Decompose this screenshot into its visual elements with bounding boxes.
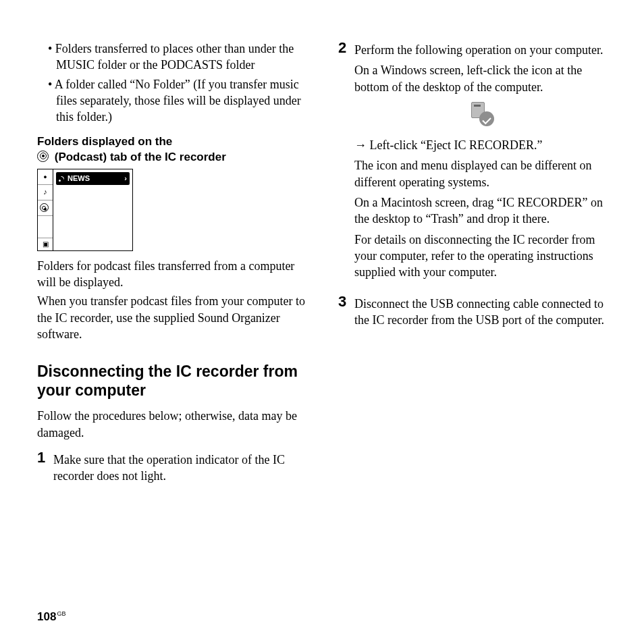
step-2: 2 Perform the following operation on you… — [338, 41, 607, 285]
subheading-line2: (Podcast) tab of the IC recorder — [51, 151, 226, 163]
arrow-right-icon: → — [354, 138, 367, 152]
bullet-list: Folders transferred to places other than… — [37, 41, 306, 125]
right-column: 2 Perform the following operation on you… — [338, 41, 607, 493]
step-text: Perform the following operation on your … — [354, 42, 607, 58]
music-tab-icon: ♪ — [38, 185, 53, 200]
step-text: Make sure that the operation indicator o… — [53, 452, 306, 485]
step-body: Perform the following operation on your … — [354, 41, 607, 285]
bullet-item: A folder called “No Folder” (If you tran… — [48, 76, 306, 126]
two-column-layout: Folders transferred to places other than… — [37, 41, 607, 493]
step-3: 3 Disconnect the USB connecting cable co… — [338, 294, 607, 333]
step-text: For details on disconnecting the IC reco… — [354, 232, 607, 281]
step-number: 3 — [338, 294, 350, 309]
page-number: 108GB — [37, 610, 65, 625]
safely-remove-hardware-icon — [467, 102, 494, 126]
podcast-tab-icon — [38, 200, 53, 216]
page-region: GB — [57, 610, 65, 617]
step-text: On a Windows screen, left-click the icon… — [354, 62, 607, 95]
tab-spacer — [38, 216, 53, 238]
rss-icon — [59, 175, 65, 182]
bullet-item: Folders transferred to places other than… — [48, 41, 306, 74]
device-tabs: ● ♪ ▣ — [38, 169, 53, 250]
news-folder-chip: NEWS › — [56, 172, 130, 185]
podcast-icon — [37, 151, 49, 162]
step-1: 1 Make sure that the operation indicator… — [37, 450, 306, 489]
section-heading: Disconnecting the IC recorder from your … — [37, 363, 306, 400]
rec-tab-icon: ▣ — [38, 238, 53, 250]
left-column: Folders transferred to places other than… — [37, 41, 306, 493]
ic-recorder-illustration: ● ♪ ▣ NEWS › — [37, 169, 133, 251]
sub-heading: Folders displayed on the (Podcast) tab o… — [37, 134, 306, 164]
step-body: Disconnect the USB connecting cable conn… — [354, 294, 607, 333]
paragraph: Folders for podcast files transferred fr… — [37, 258, 306, 291]
step-text: → Left-click “Eject IC RECORDER.” — [354, 137, 607, 153]
step-body: Make sure that the operation indicator o… — [53, 450, 306, 489]
device-content: NEWS › — [53, 169, 132, 250]
page-number-value: 108 — [37, 610, 56, 623]
step-number: 1 — [37, 450, 49, 465]
safely-remove-icon-wrap — [354, 102, 607, 130]
paragraph: When you transfer podcast files from you… — [37, 293, 306, 342]
subheading-line1: Folders displayed on the — [37, 135, 172, 148]
step-text: The icon and menu displayed can be diffe… — [354, 157, 607, 190]
intro-paragraph: Follow the procedures below; otherwise, … — [37, 408, 306, 441]
step-text-inline: Left-click “Eject IC RECORDER.” — [367, 138, 542, 152]
step-text: Disconnect the USB connecting cable conn… — [354, 296, 607, 329]
news-label: NEWS — [68, 173, 90, 184]
step-number: 2 — [338, 41, 350, 55]
mic-tab-icon: ● — [38, 169, 53, 185]
chevron-right-icon: › — [124, 173, 127, 184]
step-text: On a Macintosh screen, drag “IC RECORDER… — [354, 194, 607, 227]
